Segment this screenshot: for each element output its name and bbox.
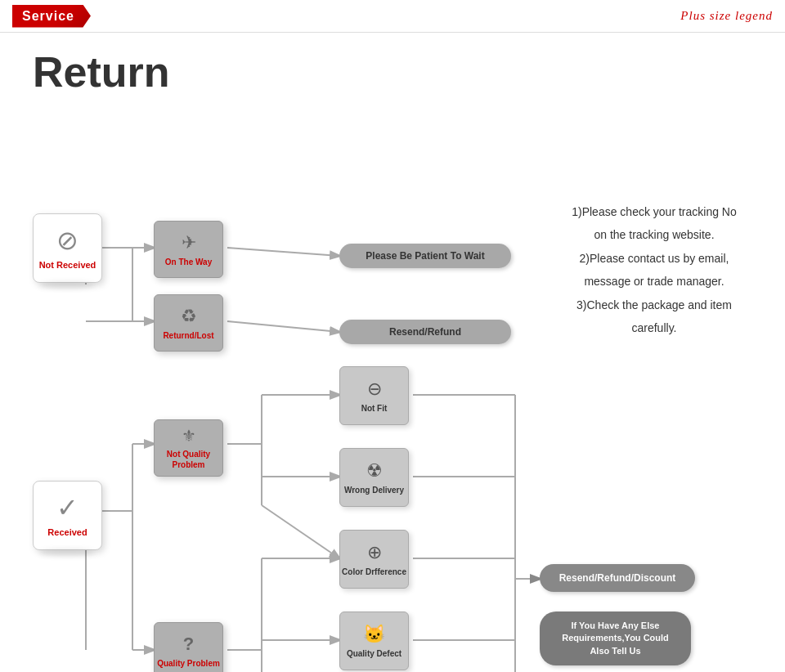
info-line3: 2)Please contact us by email,: [540, 249, 769, 267]
minus-circle-icon: ⊖: [367, 379, 382, 400]
requirements-text: If You Have Any Else Requirements,You Co…: [562, 620, 669, 656]
color-difference-node: ⊕ Color Drfference: [339, 530, 409, 589]
color-difference-label: Color Drfference: [342, 567, 406, 577]
not-received-label: Not Received: [39, 259, 96, 271]
returnd-lost-label: Returnd/Lost: [163, 330, 213, 341]
resend-refund-top-result: Resend/Refund: [339, 320, 511, 344]
svg-line-7: [227, 248, 339, 256]
crosshair-icon: ⊕: [367, 542, 382, 563]
info-line2: on the tracking website.: [540, 226, 769, 244]
info-line6: carefully.: [540, 319, 769, 337]
received-node: ✓ Received: [33, 481, 102, 550]
svg-line-8: [227, 321, 339, 332]
recycle-icon: ♻: [181, 306, 197, 327]
main-content: ⊘ Not Received ✈ On The Way ♻ Returnd/Lo…: [0, 105, 785, 672]
not-fit-node: ⊖ Not Fit: [339, 366, 409, 425]
info-line5: 3)Check the package and item: [540, 296, 769, 314]
wrong-delivery-node: ☢ Wrong Delivery: [339, 448, 409, 507]
question-icon: ?: [183, 634, 194, 655]
defect-icon: 🐱: [363, 624, 385, 645]
radiation-icon: ☢: [366, 460, 383, 482]
not-received-icon: ⊘: [56, 225, 78, 256]
info-panel: 1)Please check your tracking No on the t…: [540, 203, 769, 342]
not-quality-problem-node: ⚜ Not QualityProblem: [154, 419, 223, 477]
received-label: Received: [47, 526, 87, 538]
requirements-result: If You Have Any Else Requirements,You Co…: [540, 612, 691, 665]
quality-problem-label: Quality Problem: [157, 658, 220, 669]
header: Service Plus size legend: [0, 0, 785, 33]
check-icon: ✓: [56, 492, 78, 523]
not-fit-label: Not Fit: [361, 403, 388, 414]
service-badge: Service: [12, 5, 91, 28]
resend-refund-discount-result: Resend/Refund/Discount: [540, 564, 695, 592]
wrong-delivery-label: Wrong Delivery: [344, 485, 404, 495]
please-wait-result: Please Be Patient To Wait: [339, 244, 511, 268]
quality-defect-label: Quality Defect: [347, 648, 401, 659]
svg-line-18: [262, 505, 339, 558]
on-the-way-node: ✈ On The Way: [154, 221, 223, 278]
not-quality-problem-label: Not QualityProblem: [167, 449, 210, 470]
info-line1: 1)Please check your tracking No: [540, 203, 769, 221]
not-received-node: ⊘ Not Received: [33, 213, 102, 283]
fleur-icon: ⚜: [182, 426, 196, 446]
quality-defect-node: 🐱 Quality Defect: [339, 612, 409, 670]
info-line4: message or trade manager.: [540, 272, 769, 290]
quality-problem-node: ? Quality Problem: [154, 622, 223, 672]
on-the-way-label: On The Way: [165, 257, 212, 267]
returnd-lost-node: ♻ Returnd/Lost: [154, 294, 223, 352]
plus-size-legend: Plus size legend: [680, 9, 773, 23]
page-title: Return: [0, 33, 785, 105]
plane-icon: ✈: [182, 232, 196, 253]
